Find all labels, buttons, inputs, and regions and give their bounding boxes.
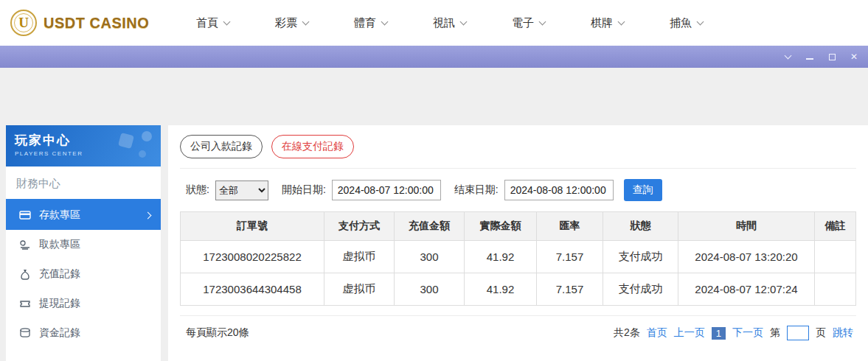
cell-payment-method: 虚拟币 <box>324 273 395 306</box>
col-recharge-amount: 充值金額 <box>395 212 465 241</box>
main-nav: 首頁 彩票 體育 視訊 電子 棋牌 捕魚 <box>196 16 749 30</box>
nav-item-live[interactable]: 視訊 <box>433 16 466 30</box>
tab-online-payment-records[interactable]: 在線支付記錄 <box>271 135 354 158</box>
jump-suffix-label: 页 <box>816 326 826 340</box>
cell-payment-method: 虚拟币 <box>324 241 395 273</box>
page-jump-input[interactable] <box>787 326 809 340</box>
table-header-row: 訂單號 支付方式 充值金額 實際金額 匯率 狀態 時間 備註 <box>181 212 856 241</box>
cell-remark <box>815 273 856 306</box>
nav-item-slots[interactable]: 電子 <box>512 16 545 30</box>
cell-status: 支付成功 <box>603 273 678 306</box>
next-page-link[interactable]: 下一页 <box>732 326 763 340</box>
dice-decoration-icon <box>119 131 153 161</box>
nav-item-lottery[interactable]: 彩票 <box>275 16 308 30</box>
chevron-down-icon <box>697 18 704 26</box>
sidebar: 玩家中心 PLAYERS CENTER 財務中心 存款專區 取款專區 充值記錄 … <box>6 125 161 361</box>
chevron-down-icon <box>460 18 468 26</box>
first-page-link[interactable]: 首页 <box>647 326 667 340</box>
cell-exchange-rate: 7.157 <box>537 273 603 306</box>
status-label: 狀態: <box>186 183 209 197</box>
cell-remark <box>815 241 856 273</box>
cell-actual-amount: 41.92 <box>465 273 537 306</box>
top-header: U USDT CASINO 首頁 彩票 體育 視訊 電子 棋牌 捕魚 <box>0 0 868 46</box>
search-button[interactable]: 查詢 <box>624 179 662 201</box>
col-exchange-rate: 匯率 <box>537 212 603 241</box>
record-tabs: 公司入款記錄 在線支付記錄 <box>180 135 856 158</box>
close-button[interactable]: ✕ <box>846 49 862 64</box>
total-count-label: 共2条 <box>614 326 640 340</box>
table-row: 1723003644304458 虚拟币 300 41.92 7.157 支付成… <box>181 273 856 306</box>
cell-order-number: 1723003644304458 <box>181 273 324 306</box>
cell-actual-amount: 41.92 <box>465 241 537 273</box>
col-time: 時間 <box>678 212 815 241</box>
end-date-label: 结束日期: <box>454 183 499 197</box>
col-actual-amount: 實際金額 <box>465 212 537 241</box>
window-title-bar: ✕ <box>0 46 868 68</box>
chevron-down-icon <box>223 18 231 26</box>
sidebar-item-deposit-zone[interactable]: 存款專區 <box>6 200 161 230</box>
chevron-down-icon <box>618 18 625 26</box>
withdraw-coins-icon <box>19 239 31 250</box>
chevron-right-icon <box>145 211 152 219</box>
prev-page-link[interactable]: 上一页 <box>674 326 705 340</box>
finance-center-section-label: 財務中心 <box>6 167 161 200</box>
chevron-down-icon <box>302 18 310 26</box>
sidebar-item-withdraw-zone[interactable]: 取款專區 <box>6 230 161 259</box>
money-bag-icon <box>19 268 31 280</box>
cell-time: 2024-08-07 12:07:24 <box>678 273 815 306</box>
col-status: 狀態 <box>603 212 678 241</box>
start-date-input[interactable] <box>332 180 441 200</box>
sidebar-item-fund-records[interactable]: 資金記錄 <box>6 318 161 348</box>
current-page-indicator[interactable]: 1 <box>712 327 726 340</box>
brand-logo[interactable]: U USDT CASINO <box>0 10 161 36</box>
filter-bar: 狀態: 全部 開始日期: 结束日期: 查詢 <box>180 168 856 211</box>
minimize-icon <box>806 58 813 60</box>
jump-prefix-label: 第 <box>770 326 780 340</box>
cell-time: 2024-08-07 13:20:20 <box>678 241 815 273</box>
players-center-header: 玩家中心 PLAYERS CENTER <box>6 125 161 167</box>
chevron-down-icon <box>784 52 791 60</box>
ticket-icon <box>19 298 31 309</box>
sidebar-item-withdrawal-records[interactable]: 提現記錄 <box>6 289 161 318</box>
nav-item-cards[interactable]: 棋牌 <box>591 16 624 30</box>
casino-logo-icon: U <box>10 10 37 36</box>
jump-link[interactable]: 跳转 <box>833 326 853 340</box>
wallet-card-icon <box>19 209 31 221</box>
page-size-label: 每頁顯示20條 <box>186 326 249 340</box>
collapse-button[interactable] <box>780 49 796 64</box>
end-date-input[interactable] <box>504 180 614 200</box>
col-order-number: 訂單號 <box>181 212 324 241</box>
cell-status: 支付成功 <box>603 241 678 273</box>
status-select[interactable]: 全部 <box>215 180 268 200</box>
records-table: 訂單號 支付方式 充值金額 實際金額 匯率 狀態 時間 備註 172300802… <box>180 211 856 306</box>
col-remark: 備註 <box>815 212 856 241</box>
coin-stack-icon <box>19 327 31 339</box>
cell-order-number: 1723008020225822 <box>181 241 324 273</box>
page-background-gap <box>0 68 868 125</box>
chevron-down-icon <box>539 18 546 26</box>
brand-name: USDT CASINO <box>44 15 149 32</box>
sidebar-item-recharge-records[interactable]: 充值記錄 <box>6 259 161 289</box>
chevron-down-icon <box>381 18 389 26</box>
nav-item-sports[interactable]: 體育 <box>354 16 387 30</box>
maximize-button[interactable] <box>824 49 840 64</box>
col-payment-method: 支付方式 <box>324 212 395 241</box>
table-row: 1723008020225822 虚拟币 300 41.92 7.157 支付成… <box>181 241 856 273</box>
start-date-label: 開始日期: <box>282 183 326 197</box>
table-footer: 每頁顯示20條 共2条 首页 上一页 1 下一页 第 页 跳转 <box>180 315 856 340</box>
tab-company-deposit-records[interactable]: 公司入款記錄 <box>180 135 263 158</box>
content-area: 玩家中心 PLAYERS CENTER 財務中心 存款專區 取款專區 充值記錄 … <box>0 125 868 361</box>
pagination: 共2条 首页 上一页 1 下一页 第 页 跳转 <box>614 326 853 340</box>
records-panel: 公司入款記錄 在線支付記錄 狀態: 全部 開始日期: 结束日期: 查詢 訂單號 … <box>168 125 868 361</box>
nav-item-fishing[interactable]: 捕魚 <box>670 16 703 30</box>
cell-exchange-rate: 7.157 <box>537 241 603 273</box>
nav-item-home[interactable]: 首頁 <box>196 16 229 30</box>
cell-recharge-amount: 300 <box>395 273 465 306</box>
maximize-icon <box>829 54 836 60</box>
cell-recharge-amount: 300 <box>395 241 465 273</box>
minimize-button[interactable] <box>802 49 818 64</box>
